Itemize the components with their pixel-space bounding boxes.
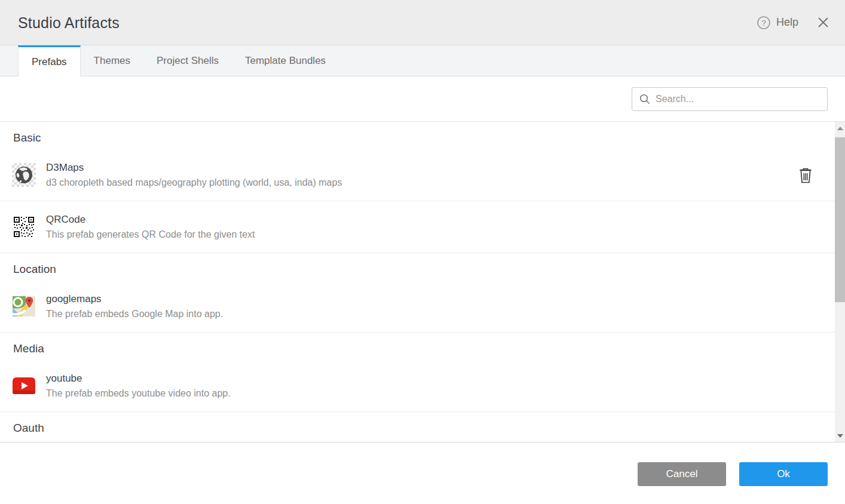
prefab-description: The prefab embeds Google Map into app. [46, 309, 223, 319]
ok-button[interactable]: Ok [739, 462, 828, 486]
help-button[interactable]: ? Help [757, 0, 798, 45]
prefab-title: youtube [46, 373, 231, 385]
prefab-description: This prefab generates QR Code for the gi… [46, 229, 255, 240]
prefab-description: The prefab embeds youtube video into app… [46, 388, 231, 399]
prefab-list: Basic D3Maps d3 choropleth based maps/ge… [0, 122, 835, 440]
section-heading: Oauth [0, 412, 835, 440]
search-box[interactable] [632, 87, 828, 111]
scroll-down-icon[interactable] [835, 431, 845, 441]
prefab-item-youtube[interactable]: youtube The prefab embeds youtube video … [0, 360, 835, 412]
tab-prefabs[interactable]: Prefabs [18, 45, 81, 76]
globe-icon [12, 163, 36, 187]
dialog-footer: Cancel Ok [0, 443, 845, 504]
prefab-icon [12, 215, 36, 239]
delete-icon[interactable] [798, 167, 813, 183]
help-label: Help [776, 16, 798, 29]
prefab-item-d3maps[interactable]: D3Maps d3 choropleth based maps/geograph… [0, 149, 835, 201]
close-icon[interactable] [816, 16, 829, 29]
prefab-description: d3 choropleth based maps/geography plott… [46, 177, 342, 188]
page-title: Studio Artifacts [18, 14, 120, 31]
search-icon [639, 94, 650, 105]
help-icon: ? [757, 16, 771, 30]
tab-themes[interactable]: Themes [81, 45, 143, 76]
prefab-title: googlemaps [46, 293, 223, 305]
tab-template-bundles[interactable]: Template Bundles [232, 45, 339, 76]
googlemaps-icon [12, 295, 36, 318]
prefab-list-container: Basic D3Maps d3 choropleth based maps/ge… [0, 121, 845, 442]
tab-project-shells[interactable]: Project Shells [143, 45, 232, 76]
prefab-title: D3Maps [46, 162, 342, 174]
cancel-button[interactable]: Cancel [638, 462, 726, 486]
prefab-item-googlemaps[interactable]: googlemaps The prefab embeds Google Map … [0, 281, 835, 333]
prefab-item-qrcode[interactable]: QRCode This prefab generates QR Code for… [0, 201, 835, 253]
prefab-title: QRCode [46, 214, 255, 226]
prefab-icon [12, 374, 36, 398]
tab-bar: Prefabs Themes Project Shells Template B… [0, 45, 845, 76]
search-row [0, 76, 845, 121]
scrollbar[interactable] [835, 122, 845, 442]
qrcode-icon [13, 216, 35, 238]
section-heading: Basic [0, 122, 835, 149]
prefab-icon [12, 163, 36, 187]
scrollbar-thumb[interactable] [835, 137, 845, 302]
prefab-icon [12, 294, 36, 318]
section-heading: Location [0, 253, 835, 281]
section-heading: Media [0, 333, 835, 360]
search-input[interactable] [656, 94, 820, 105]
scroll-up-icon[interactable] [835, 123, 845, 133]
svg-text:?: ? [761, 18, 766, 27]
dialog-header: Studio Artifacts ? Help [0, 0, 845, 45]
youtube-icon [13, 377, 35, 394]
